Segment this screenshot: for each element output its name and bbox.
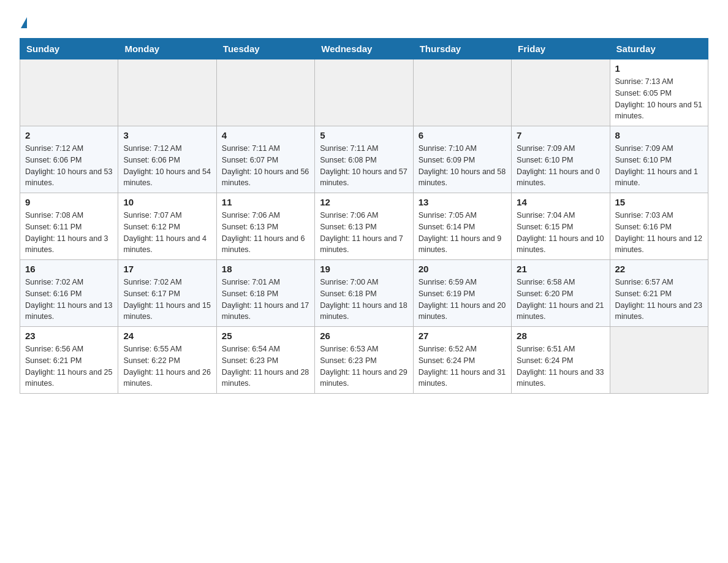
calendar-cell: 14Sunrise: 7:04 AMSunset: 6:15 PMDayligh… <box>512 193 610 260</box>
weekday-header-sunday: Sunday <box>20 39 118 59</box>
calendar-cell <box>315 59 413 126</box>
day-info: Sunrise: 6:56 AMSunset: 6:21 PMDaylight:… <box>25 343 113 389</box>
calendar-cell: 24Sunrise: 6:55 AMSunset: 6:22 PMDayligh… <box>118 327 216 394</box>
day-info: Sunrise: 7:10 AMSunset: 6:09 PMDaylight:… <box>419 143 506 189</box>
day-info: Sunrise: 7:12 AMSunset: 6:06 PMDaylight:… <box>25 143 113 189</box>
day-info: Sunrise: 7:02 AMSunset: 6:17 PMDaylight:… <box>123 277 211 323</box>
day-info: Sunrise: 6:58 AMSunset: 6:20 PMDaylight:… <box>517 277 604 323</box>
calendar-cell: 28Sunrise: 6:51 AMSunset: 6:24 PMDayligh… <box>512 327 610 394</box>
day-info: Sunrise: 6:59 AMSunset: 6:19 PMDaylight:… <box>419 277 506 323</box>
day-info: Sunrise: 7:06 AMSunset: 6:13 PMDaylight:… <box>222 210 309 256</box>
calendar-week-row-4: 16Sunrise: 7:02 AMSunset: 6:16 PMDayligh… <box>20 260 708 327</box>
calendar-cell: 4Sunrise: 7:11 AMSunset: 6:07 PMDaylight… <box>216 126 314 193</box>
calendar-cell: 25Sunrise: 6:54 AMSunset: 6:23 PMDayligh… <box>216 327 314 394</box>
day-info: Sunrise: 7:09 AMSunset: 6:10 PMDaylight:… <box>517 143 604 189</box>
day-number: 21 <box>517 264 604 274</box>
day-info: Sunrise: 6:53 AMSunset: 6:23 PMDaylight:… <box>320 343 408 389</box>
day-number: 7 <box>517 130 604 140</box>
calendar-cell: 12Sunrise: 7:06 AMSunset: 6:13 PMDayligh… <box>315 193 413 260</box>
day-number: 12 <box>320 197 408 207</box>
day-info: Sunrise: 7:09 AMSunset: 6:10 PMDaylight:… <box>615 143 703 189</box>
day-number: 27 <box>419 331 506 341</box>
calendar-cell <box>216 59 314 126</box>
calendar-cell: 2Sunrise: 7:12 AMSunset: 6:06 PMDaylight… <box>20 126 118 193</box>
calendar-cell: 11Sunrise: 7:06 AMSunset: 6:13 PMDayligh… <box>216 193 314 260</box>
day-number: 22 <box>615 264 703 274</box>
logo-triangle-icon <box>21 17 27 28</box>
page-header <box>20 15 708 28</box>
weekday-header-wednesday: Wednesday <box>315 39 413 59</box>
day-number: 15 <box>615 197 703 207</box>
calendar-cell: 6Sunrise: 7:10 AMSunset: 6:09 PMDaylight… <box>413 126 511 193</box>
day-info: Sunrise: 7:00 AMSunset: 6:18 PMDaylight:… <box>320 277 408 323</box>
calendar-cell: 27Sunrise: 6:52 AMSunset: 6:24 PMDayligh… <box>413 327 511 394</box>
day-info: Sunrise: 7:11 AMSunset: 6:08 PMDaylight:… <box>320 143 408 189</box>
weekday-header-saturday: Saturday <box>610 39 708 59</box>
day-info: Sunrise: 7:04 AMSunset: 6:15 PMDaylight:… <box>517 210 604 256</box>
day-info: Sunrise: 7:01 AMSunset: 6:18 PMDaylight:… <box>222 277 309 323</box>
day-number: 10 <box>123 197 211 207</box>
day-number: 14 <box>517 197 604 207</box>
day-number: 13 <box>419 197 506 207</box>
calendar-cell <box>610 327 708 394</box>
calendar-cell: 8Sunrise: 7:09 AMSunset: 6:10 PMDaylight… <box>610 126 708 193</box>
day-number: 8 <box>615 130 703 140</box>
day-info: Sunrise: 6:51 AMSunset: 6:24 PMDaylight:… <box>517 343 604 389</box>
day-info: Sunrise: 7:12 AMSunset: 6:06 PMDaylight:… <box>123 143 211 189</box>
day-number: 5 <box>320 130 408 140</box>
calendar-cell: 9Sunrise: 7:08 AMSunset: 6:11 PMDaylight… <box>20 193 118 260</box>
day-number: 9 <box>25 197 113 207</box>
calendar-cell: 16Sunrise: 7:02 AMSunset: 6:16 PMDayligh… <box>20 260 118 327</box>
calendar-week-row-1: 1Sunrise: 7:13 AMSunset: 6:05 PMDaylight… <box>20 59 708 126</box>
day-number: 24 <box>123 331 211 341</box>
calendar-cell: 10Sunrise: 7:07 AMSunset: 6:12 PMDayligh… <box>118 193 216 260</box>
logo <box>20 15 27 28</box>
weekday-header-row: SundayMondayTuesdayWednesdayThursdayFrid… <box>20 39 708 59</box>
calendar-cell: 3Sunrise: 7:12 AMSunset: 6:06 PMDaylight… <box>118 126 216 193</box>
calendar-cell: 18Sunrise: 7:01 AMSunset: 6:18 PMDayligh… <box>216 260 314 327</box>
calendar-week-row-2: 2Sunrise: 7:12 AMSunset: 6:06 PMDaylight… <box>20 126 708 193</box>
calendar-cell <box>118 59 216 126</box>
weekday-header-friday: Friday <box>512 39 610 59</box>
calendar-cell: 26Sunrise: 6:53 AMSunset: 6:23 PMDayligh… <box>315 327 413 394</box>
day-info: Sunrise: 6:52 AMSunset: 6:24 PMDaylight:… <box>419 343 506 389</box>
calendar-cell: 17Sunrise: 7:02 AMSunset: 6:17 PMDayligh… <box>118 260 216 327</box>
calendar-cell: 22Sunrise: 6:57 AMSunset: 6:21 PMDayligh… <box>610 260 708 327</box>
calendar-cell: 20Sunrise: 6:59 AMSunset: 6:19 PMDayligh… <box>413 260 511 327</box>
day-info: Sunrise: 7:11 AMSunset: 6:07 PMDaylight:… <box>222 143 309 189</box>
day-number: 28 <box>517 331 604 341</box>
calendar-cell: 23Sunrise: 6:56 AMSunset: 6:21 PMDayligh… <box>20 327 118 394</box>
calendar-cell: 5Sunrise: 7:11 AMSunset: 6:08 PMDaylight… <box>315 126 413 193</box>
day-number: 3 <box>123 130 211 140</box>
day-number: 2 <box>25 130 113 140</box>
calendar-cell <box>413 59 511 126</box>
day-number: 4 <box>222 130 309 140</box>
day-number: 26 <box>320 331 408 341</box>
calendar-cell: 13Sunrise: 7:05 AMSunset: 6:14 PMDayligh… <box>413 193 511 260</box>
calendar-cell: 19Sunrise: 7:00 AMSunset: 6:18 PMDayligh… <box>315 260 413 327</box>
day-info: Sunrise: 7:06 AMSunset: 6:13 PMDaylight:… <box>320 210 408 256</box>
day-info: Sunrise: 7:07 AMSunset: 6:12 PMDaylight:… <box>123 210 211 256</box>
calendar-cell: 21Sunrise: 6:58 AMSunset: 6:20 PMDayligh… <box>512 260 610 327</box>
day-info: Sunrise: 7:13 AMSunset: 6:05 PMDaylight:… <box>615 76 703 122</box>
day-info: Sunrise: 7:03 AMSunset: 6:16 PMDaylight:… <box>615 210 703 256</box>
calendar-cell <box>20 59 118 126</box>
day-number: 20 <box>419 264 506 274</box>
day-info: Sunrise: 6:54 AMSunset: 6:23 PMDaylight:… <box>222 343 309 389</box>
weekday-header-tuesday: Tuesday <box>216 39 314 59</box>
calendar-cell: 7Sunrise: 7:09 AMSunset: 6:10 PMDaylight… <box>512 126 610 193</box>
calendar-cell: 1Sunrise: 7:13 AMSunset: 6:05 PMDaylight… <box>610 59 708 126</box>
day-info: Sunrise: 7:02 AMSunset: 6:16 PMDaylight:… <box>25 277 113 323</box>
day-info: Sunrise: 6:55 AMSunset: 6:22 PMDaylight:… <box>123 343 211 389</box>
weekday-header-thursday: Thursday <box>413 39 511 59</box>
calendar-week-row-3: 9Sunrise: 7:08 AMSunset: 6:11 PMDaylight… <box>20 193 708 260</box>
calendar-table: SundayMondayTuesdayWednesdayThursdayFrid… <box>20 38 708 394</box>
calendar-cell: 15Sunrise: 7:03 AMSunset: 6:16 PMDayligh… <box>610 193 708 260</box>
day-number: 17 <box>123 264 211 274</box>
day-number: 19 <box>320 264 408 274</box>
day-number: 1 <box>615 63 703 74</box>
day-info: Sunrise: 6:57 AMSunset: 6:21 PMDaylight:… <box>615 277 703 323</box>
day-number: 25 <box>222 331 309 341</box>
calendar-cell <box>512 59 610 126</box>
day-info: Sunrise: 7:05 AMSunset: 6:14 PMDaylight:… <box>419 210 506 256</box>
